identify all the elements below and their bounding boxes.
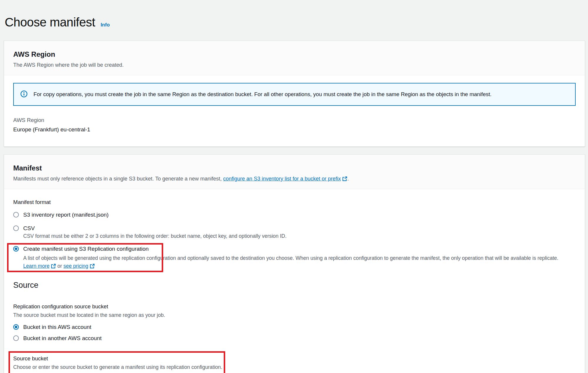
aws-region-card-header: AWS Region The AWS Region where the job … — [4, 41, 585, 75]
radio-option-label: Bucket in this AWS account — [23, 324, 91, 331]
source-bucket-field-block: Source bucket Choose or enter the source… — [13, 355, 576, 373]
radio-option-label: S3 inventory report (manifest.json) — [23, 211, 108, 218]
radio-option-replication-config[interactable]: Create manifest using S3 Replication con… — [13, 245, 576, 252]
replication-source-bucket-label: Replication configuration source bucket — [13, 303, 576, 310]
region-info-alert-text: For copy operations, you must create the… — [34, 91, 492, 98]
radio-option-bucket-this-account[interactable]: Bucket in this AWS account — [13, 324, 576, 331]
radio-option-label: Bucket in another AWS account — [23, 335, 102, 342]
radio-option-csv[interactable]: CSV — [13, 225, 576, 232]
page-title: Choose manifest — [5, 15, 95, 29]
radio-selected-icon[interactable] — [13, 324, 19, 330]
link-separator-text: or — [56, 263, 63, 269]
radio-icon[interactable] — [13, 335, 19, 341]
manifest-card-description: Manifests must only reference objects in… — [13, 176, 576, 182]
see-pricing-link[interactable]: see pricing — [64, 263, 88, 269]
external-link-icon — [90, 264, 95, 269]
replication-option-block: Create manifest using S3 Replication con… — [13, 245, 576, 270]
page-header: Choose manifest Info — [5, 15, 583, 29]
source-section-heading: Source — [13, 281, 576, 290]
csv-option-description: CSV format must be either 2 or 3 columns… — [23, 233, 576, 240]
info-link[interactable]: Info — [101, 22, 110, 28]
replication-source-bucket-description: The source bucket must be located in the… — [13, 312, 576, 318]
manifest-card: Manifest Manifests must only reference o… — [4, 154, 585, 373]
source-bucket-label: Source bucket — [13, 355, 576, 362]
replication-description-text: A list of objects will be generated usin… — [23, 255, 558, 261]
region-info-alert: For copy operations, you must create the… — [13, 83, 576, 106]
radio-option-label: Create manifest using S3 Replication con… — [23, 245, 149, 252]
radio-selected-icon[interactable] — [13, 246, 19, 252]
manifest-format-label: Manifest format — [13, 199, 576, 205]
manifest-description-text: Manifests must only reference objects in… — [13, 176, 223, 182]
info-circle-icon — [20, 90, 28, 99]
aws-region-field-value: Europe (Frankfurt) eu-central-1 — [13, 126, 576, 133]
radio-icon[interactable] — [13, 212, 19, 218]
radio-option-bucket-another-account[interactable]: Bucket in another AWS account — [13, 335, 576, 342]
radio-icon[interactable] — [13, 225, 19, 231]
manifest-card-body: Manifest format S3 inventory report (man… — [4, 189, 585, 373]
manifest-card-header: Manifest Manifests must only reference o… — [4, 155, 585, 189]
replication-option-description: A list of objects will be generated usin… — [23, 254, 567, 270]
aws-region-card-title: AWS Region — [13, 50, 576, 58]
external-link-icon — [51, 264, 56, 269]
account-radio-group: Bucket in this AWS account Bucket in ano… — [13, 324, 576, 342]
radio-option-inventory-report[interactable]: S3 inventory report (manifest.json) — [13, 211, 576, 218]
learn-more-link[interactable]: Learn more — [23, 263, 50, 269]
aws-region-field-label: AWS Region — [13, 117, 576, 123]
source-bucket-description: Choose or enter the source bucket to gen… — [13, 364, 576, 370]
external-link-icon — [342, 176, 347, 181]
aws-region-card: AWS Region The AWS Region where the job … — [4, 41, 585, 147]
radio-option-label: CSV — [23, 225, 35, 232]
aws-region-card-body: For copy operations, you must create the… — [4, 75, 585, 146]
manifest-card-title: Manifest — [13, 164, 576, 172]
manifest-description-period: . — [347, 176, 349, 182]
aws-region-card-description: The AWS Region where the job will be cre… — [13, 62, 576, 68]
configure-inventory-link[interactable]: configure an S3 inventory list for a buc… — [223, 176, 341, 182]
